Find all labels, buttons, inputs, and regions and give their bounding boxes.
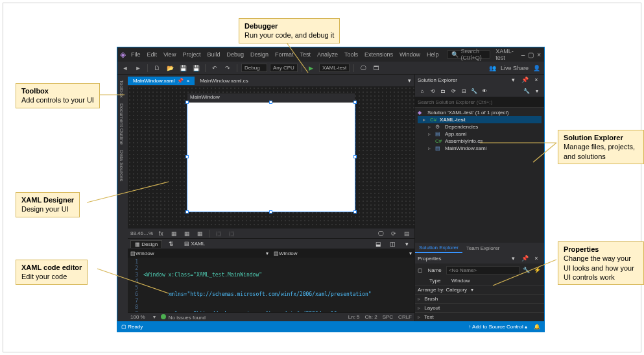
svg-line-3 xyxy=(285,41,308,73)
callout-toolbox: Toolbox Add controls to your UI xyxy=(16,83,100,108)
svg-line-2 xyxy=(97,269,169,293)
callout-xaml-designer: XAML Designer Design your UI xyxy=(16,192,80,217)
callout-solution-explorer: Solution Explorer Manage files, projects… xyxy=(558,130,644,164)
callout-debugger: Debugger Run your code, and debug it xyxy=(239,18,340,43)
callout-xaml-code-editor: XAML code editor Edit your code xyxy=(16,260,88,285)
callout-properties: Properties Change the way your UI looks … xyxy=(558,241,644,285)
svg-line-1 xyxy=(87,182,169,202)
svg-line-5 xyxy=(533,143,556,162)
svg-line-6 xyxy=(493,260,556,286)
